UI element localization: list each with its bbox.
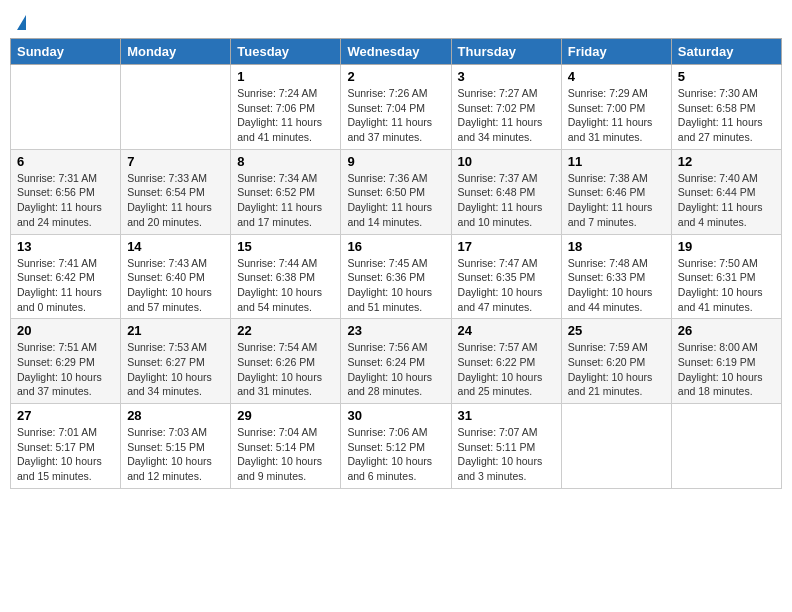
calendar-cell: 27Sunrise: 7:01 AM Sunset: 5:17 PM Dayli… <box>11 404 121 489</box>
calendar-cell <box>671 404 781 489</box>
day-info: Sunrise: 7:30 AM Sunset: 6:58 PM Dayligh… <box>678 86 775 145</box>
day-info: Sunrise: 7:47 AM Sunset: 6:35 PM Dayligh… <box>458 256 555 315</box>
calendar-week-row: 1Sunrise: 7:24 AM Sunset: 7:06 PM Daylig… <box>11 65 782 150</box>
day-info: Sunrise: 7:06 AM Sunset: 5:12 PM Dayligh… <box>347 425 444 484</box>
calendar-week-row: 6Sunrise: 7:31 AM Sunset: 6:56 PM Daylig… <box>11 149 782 234</box>
day-info: Sunrise: 7:33 AM Sunset: 6:54 PM Dayligh… <box>127 171 224 230</box>
day-number: 14 <box>127 239 224 254</box>
day-number: 1 <box>237 69 334 84</box>
day-number: 13 <box>17 239 114 254</box>
calendar-header-tuesday: Tuesday <box>231 39 341 65</box>
day-info: Sunrise: 7:50 AM Sunset: 6:31 PM Dayligh… <box>678 256 775 315</box>
day-number: 6 <box>17 154 114 169</box>
calendar-cell: 6Sunrise: 7:31 AM Sunset: 6:56 PM Daylig… <box>11 149 121 234</box>
day-info: Sunrise: 7:07 AM Sunset: 5:11 PM Dayligh… <box>458 425 555 484</box>
calendar-week-row: 13Sunrise: 7:41 AM Sunset: 6:42 PM Dayli… <box>11 234 782 319</box>
day-number: 19 <box>678 239 775 254</box>
day-number: 18 <box>568 239 665 254</box>
logo <box>15 15 26 30</box>
day-info: Sunrise: 7:59 AM Sunset: 6:20 PM Dayligh… <box>568 340 665 399</box>
day-info: Sunrise: 7:56 AM Sunset: 6:24 PM Dayligh… <box>347 340 444 399</box>
calendar-cell: 3Sunrise: 7:27 AM Sunset: 7:02 PM Daylig… <box>451 65 561 150</box>
day-info: Sunrise: 7:45 AM Sunset: 6:36 PM Dayligh… <box>347 256 444 315</box>
calendar-cell: 21Sunrise: 7:53 AM Sunset: 6:27 PM Dayli… <box>121 319 231 404</box>
day-number: 25 <box>568 323 665 338</box>
calendar-cell: 4Sunrise: 7:29 AM Sunset: 7:00 PM Daylig… <box>561 65 671 150</box>
calendar-cell <box>561 404 671 489</box>
calendar-header-wednesday: Wednesday <box>341 39 451 65</box>
day-number: 17 <box>458 239 555 254</box>
calendar-header-friday: Friday <box>561 39 671 65</box>
calendar-header-saturday: Saturday <box>671 39 781 65</box>
calendar-cell: 15Sunrise: 7:44 AM Sunset: 6:38 PM Dayli… <box>231 234 341 319</box>
day-number: 4 <box>568 69 665 84</box>
day-info: Sunrise: 7:36 AM Sunset: 6:50 PM Dayligh… <box>347 171 444 230</box>
day-number: 31 <box>458 408 555 423</box>
calendar-cell: 14Sunrise: 7:43 AM Sunset: 6:40 PM Dayli… <box>121 234 231 319</box>
calendar-cell: 2Sunrise: 7:26 AM Sunset: 7:04 PM Daylig… <box>341 65 451 150</box>
day-number: 16 <box>347 239 444 254</box>
day-number: 11 <box>568 154 665 169</box>
calendar-cell: 7Sunrise: 7:33 AM Sunset: 6:54 PM Daylig… <box>121 149 231 234</box>
calendar-cell: 16Sunrise: 7:45 AM Sunset: 6:36 PM Dayli… <box>341 234 451 319</box>
day-number: 29 <box>237 408 334 423</box>
day-number: 10 <box>458 154 555 169</box>
calendar-header-thursday: Thursday <box>451 39 561 65</box>
calendar-cell: 30Sunrise: 7:06 AM Sunset: 5:12 PM Dayli… <box>341 404 451 489</box>
day-number: 20 <box>17 323 114 338</box>
calendar-cell: 17Sunrise: 7:47 AM Sunset: 6:35 PM Dayli… <box>451 234 561 319</box>
calendar-cell: 19Sunrise: 7:50 AM Sunset: 6:31 PM Dayli… <box>671 234 781 319</box>
day-number: 24 <box>458 323 555 338</box>
calendar-cell: 26Sunrise: 8:00 AM Sunset: 6:19 PM Dayli… <box>671 319 781 404</box>
day-info: Sunrise: 7:53 AM Sunset: 6:27 PM Dayligh… <box>127 340 224 399</box>
calendar-cell: 20Sunrise: 7:51 AM Sunset: 6:29 PM Dayli… <box>11 319 121 404</box>
calendar-header-row: SundayMondayTuesdayWednesdayThursdayFrid… <box>11 39 782 65</box>
calendar-cell: 8Sunrise: 7:34 AM Sunset: 6:52 PM Daylig… <box>231 149 341 234</box>
day-info: Sunrise: 7:44 AM Sunset: 6:38 PM Dayligh… <box>237 256 334 315</box>
calendar-cell: 18Sunrise: 7:48 AM Sunset: 6:33 PM Dayli… <box>561 234 671 319</box>
calendar-table: SundayMondayTuesdayWednesdayThursdayFrid… <box>10 38 782 489</box>
day-info: Sunrise: 7:43 AM Sunset: 6:40 PM Dayligh… <box>127 256 224 315</box>
day-number: 28 <box>127 408 224 423</box>
day-info: Sunrise: 7:37 AM Sunset: 6:48 PM Dayligh… <box>458 171 555 230</box>
calendar-cell: 5Sunrise: 7:30 AM Sunset: 6:58 PM Daylig… <box>671 65 781 150</box>
calendar-cell: 28Sunrise: 7:03 AM Sunset: 5:15 PM Dayli… <box>121 404 231 489</box>
calendar-header-sunday: Sunday <box>11 39 121 65</box>
day-info: Sunrise: 7:51 AM Sunset: 6:29 PM Dayligh… <box>17 340 114 399</box>
day-info: Sunrise: 7:38 AM Sunset: 6:46 PM Dayligh… <box>568 171 665 230</box>
day-info: Sunrise: 7:24 AM Sunset: 7:06 PM Dayligh… <box>237 86 334 145</box>
calendar-cell: 22Sunrise: 7:54 AM Sunset: 6:26 PM Dayli… <box>231 319 341 404</box>
day-info: Sunrise: 7:34 AM Sunset: 6:52 PM Dayligh… <box>237 171 334 230</box>
day-number: 5 <box>678 69 775 84</box>
day-number: 9 <box>347 154 444 169</box>
day-info: Sunrise: 7:27 AM Sunset: 7:02 PM Dayligh… <box>458 86 555 145</box>
calendar-cell: 10Sunrise: 7:37 AM Sunset: 6:48 PM Dayli… <box>451 149 561 234</box>
calendar-cell: 12Sunrise: 7:40 AM Sunset: 6:44 PM Dayli… <box>671 149 781 234</box>
calendar-cell: 24Sunrise: 7:57 AM Sunset: 6:22 PM Dayli… <box>451 319 561 404</box>
day-info: Sunrise: 7:40 AM Sunset: 6:44 PM Dayligh… <box>678 171 775 230</box>
calendar-cell: 29Sunrise: 7:04 AM Sunset: 5:14 PM Dayli… <box>231 404 341 489</box>
day-info: Sunrise: 7:31 AM Sunset: 6:56 PM Dayligh… <box>17 171 114 230</box>
day-info: Sunrise: 7:03 AM Sunset: 5:15 PM Dayligh… <box>127 425 224 484</box>
day-info: Sunrise: 7:48 AM Sunset: 6:33 PM Dayligh… <box>568 256 665 315</box>
day-number: 21 <box>127 323 224 338</box>
day-number: 22 <box>237 323 334 338</box>
day-info: Sunrise: 7:01 AM Sunset: 5:17 PM Dayligh… <box>17 425 114 484</box>
day-number: 7 <box>127 154 224 169</box>
day-number: 8 <box>237 154 334 169</box>
calendar-cell: 13Sunrise: 7:41 AM Sunset: 6:42 PM Dayli… <box>11 234 121 319</box>
calendar-cell: 23Sunrise: 7:56 AM Sunset: 6:24 PM Dayli… <box>341 319 451 404</box>
day-number: 27 <box>17 408 114 423</box>
day-number: 3 <box>458 69 555 84</box>
calendar-cell: 31Sunrise: 7:07 AM Sunset: 5:11 PM Dayli… <box>451 404 561 489</box>
calendar-cell: 9Sunrise: 7:36 AM Sunset: 6:50 PM Daylig… <box>341 149 451 234</box>
day-number: 26 <box>678 323 775 338</box>
logo-triangle-icon <box>17 15 26 30</box>
calendar-cell <box>11 65 121 150</box>
page-header <box>10 10 782 30</box>
calendar-cell: 1Sunrise: 7:24 AM Sunset: 7:06 PM Daylig… <box>231 65 341 150</box>
day-number: 12 <box>678 154 775 169</box>
day-number: 15 <box>237 239 334 254</box>
calendar-cell <box>121 65 231 150</box>
calendar-header-monday: Monday <box>121 39 231 65</box>
